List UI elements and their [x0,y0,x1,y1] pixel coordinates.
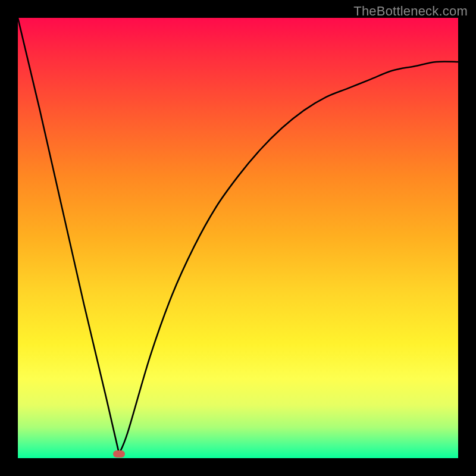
watermark-text: TheBottleneck.com [353,4,468,19]
min-marker [113,450,125,458]
bottleneck-curve [18,18,458,454]
plot-area [18,18,458,458]
chart-frame: TheBottleneck.com [0,0,476,476]
curve-svg [18,18,458,458]
